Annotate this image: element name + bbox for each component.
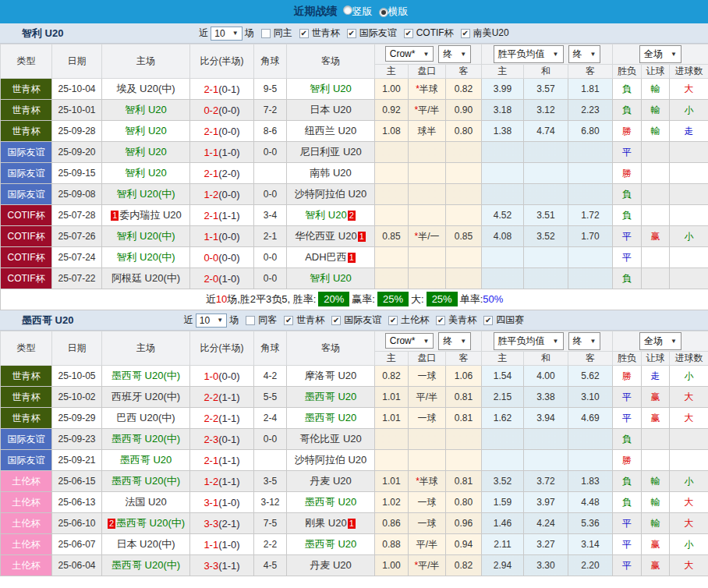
team-name: 墨西哥 U20(中) — [112, 370, 180, 381]
result-handicap-cell: 輸 — [642, 100, 670, 121]
match-count-select[interactable]: 10▼ — [211, 27, 242, 41]
comp-filter-checkbox[interactable] — [284, 316, 293, 325]
avg-draw-cell: 3.51 — [524, 205, 568, 226]
result-wdl-cell: 負 — [613, 268, 642, 289]
fulltime-score: 0-0 — [204, 252, 218, 264]
odds-home-cell: 1.01 — [375, 408, 409, 429]
scope-select[interactable]: 全场▼ — [639, 45, 681, 63]
score-cell: 1-1(0-0) — [190, 226, 254, 247]
odds-home-cell: 0.85 — [375, 226, 409, 247]
odds-home-cell — [375, 142, 409, 163]
halftime-score: (1-1) — [218, 476, 239, 487]
team-name: 委内瑞拉 U20 — [119, 209, 181, 221]
match-row: 世青杯25-09-29巴西 U20(中)2-2(1-1)2-4墨西哥 U201.… — [1, 408, 708, 429]
fulltime-score: 2-1 — [204, 126, 218, 137]
avg-away-cell: 1.70 — [568, 226, 613, 247]
score-cell: 1-1(1-0) — [190, 142, 254, 163]
team-name: 智利 U20 — [125, 146, 166, 158]
fulltime-score: 2-1 — [204, 455, 218, 466]
layout-radio-0[interactable] — [343, 5, 352, 15]
avg-stage-select[interactable]: 终▼ — [568, 332, 601, 350]
team-name: ADH巴西 — [305, 251, 346, 263]
odds-away-cell: 0.85 — [446, 226, 482, 247]
result-wdl-cell: 勝 — [613, 121, 642, 142]
avg-select[interactable]: 胜平负均值▼ — [494, 45, 564, 63]
team-name: 尼日利亚 U20 — [299, 146, 361, 158]
fulltime-score: 2-0 — [204, 273, 218, 285]
odds-home-cell: 1.00 — [375, 79, 409, 100]
chevron-down-icon: ▼ — [553, 338, 559, 345]
red-card-badge: 2 — [108, 519, 115, 529]
team-cell: 墨西哥 U20(中) — [102, 555, 190, 576]
corners-cell: 2-2 — [254, 534, 287, 555]
avg-draw-cell — [524, 163, 568, 184]
avg-draw-cell: 4.00 — [524, 366, 568, 387]
comp-filter-checkbox[interactable] — [331, 316, 341, 325]
odds-home-cell: 0.88 — [375, 534, 409, 555]
odds-stage-select[interactable]: 终▼ — [438, 332, 471, 350]
odds-home-cell: 1.01 — [375, 471, 409, 492]
same-venue-checkbox[interactable] — [246, 316, 255, 325]
avg-away-cell: 3.10 — [568, 387, 613, 408]
team-name: 墨西哥 U20 — [120, 454, 172, 466]
result-wdl-cell: 勝 — [613, 450, 642, 471]
fulltime-score: 1-0 — [204, 370, 218, 382]
layout-radio-label[interactable]: 横版 — [388, 5, 409, 17]
date-cell: 25-06-15 — [52, 471, 102, 492]
odds-stage-select-value: 终 — [443, 48, 452, 61]
odds-company-select[interactable]: Crow*▼ — [385, 46, 434, 62]
corners-cell: 0-0 — [254, 429, 287, 450]
avg-home-cell: 1.46 — [482, 513, 524, 534]
odds-away-cell: 0.82 — [446, 79, 482, 100]
fulltime-score: 0-2 — [204, 104, 218, 116]
result-wdl-cell: 負 — [613, 79, 642, 100]
result-handicap-cell — [642, 247, 670, 268]
comp-filter-checkbox[interactable] — [436, 316, 445, 325]
layout-radio-1[interactable] — [379, 8, 388, 17]
avg-away-cell: 1.83 — [568, 471, 613, 492]
fulltime-score: 1-1 — [204, 147, 218, 158]
comp-filter-checkbox[interactable] — [388, 316, 398, 325]
scope-select[interactable]: 全场▼ — [639, 332, 681, 350]
comp-filter-label: 国际友谊 — [359, 27, 397, 40]
comp-filter-checkbox[interactable] — [347, 29, 356, 38]
fulltime-score: 2-1 — [204, 210, 218, 221]
team-cell: 墨西哥 U20 — [287, 492, 375, 513]
avg-select[interactable]: 胜平负均值▼ — [494, 332, 564, 350]
competition-cell: 世青杯 — [1, 366, 52, 387]
odds-away-cell: 0.80 — [446, 492, 482, 513]
layout-radio-label[interactable]: 竖版 — [352, 5, 373, 17]
handicap-cell — [409, 268, 446, 289]
match-count-select[interactable]: 10▼ — [196, 313, 227, 328]
avg-stage-select[interactable]: 终▼ — [568, 45, 601, 63]
comp-filter-checkbox[interactable] — [483, 316, 493, 325]
odds-company-select[interactable]: Crow*▼ — [385, 333, 434, 349]
avg-home-cell: 1.38 — [482, 121, 524, 142]
avg-away-cell — [568, 268, 613, 289]
odds-away-cell — [446, 205, 482, 226]
same-venue-checkbox[interactable] — [261, 29, 271, 38]
competition-cell: 世青杯 — [1, 387, 52, 408]
odds-home-cell — [375, 450, 409, 471]
comp-filter-checkbox[interactable] — [404, 29, 413, 38]
comp-filter-checkbox[interactable] — [461, 29, 470, 38]
handicap-cell: 一球 — [409, 408, 446, 429]
odds-away-cell — [446, 247, 482, 268]
avg-draw-cell — [524, 247, 568, 268]
corners-cell: 0-0 — [254, 184, 287, 205]
score-cell: 2-0(1-0) — [190, 268, 254, 289]
same-venue-label: 同客 — [258, 313, 277, 327]
result-handicap-cell: 輸 — [642, 471, 670, 492]
odds-away-cell — [446, 450, 482, 471]
score-cell: 2-1(0-0) — [190, 121, 254, 142]
team-name: 阿根廷 U20(中) — [112, 272, 180, 284]
team-cell: 纽西兰 U20 — [287, 121, 375, 142]
sub-col-header: 进球数 — [670, 65, 708, 79]
sub-col-header: 让球 — [642, 65, 670, 79]
odds-stage-select[interactable]: 终▼ — [438, 45, 471, 63]
comp-filter-label: 美青杯 — [448, 313, 476, 327]
comp-filter-checkbox[interactable] — [299, 29, 309, 38]
scope-select-value: 全场 — [644, 335, 663, 348]
halftime-score: (1-0) — [218, 497, 239, 508]
date-cell: 25-07-28 — [52, 205, 102, 226]
